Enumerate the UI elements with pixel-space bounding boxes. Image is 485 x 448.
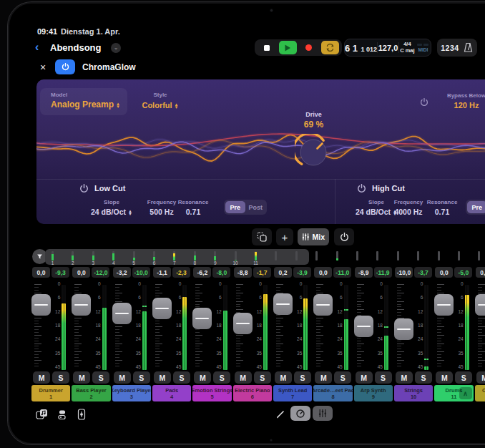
volume-fader[interactable] <box>192 308 212 329</box>
lcd-display[interactable]: 6 1 1 012 127,0 4/4 C maj MIDI <box>344 39 431 57</box>
track-tile[interactable]: Drummer1 <box>31 385 70 401</box>
solo-button[interactable]: S <box>455 371 472 384</box>
close-plugin-button[interactable]: × <box>36 61 49 74</box>
channel-volume-value[interactable]: -10,0 <box>395 267 413 278</box>
mute-button[interactable]: M <box>356 371 373 384</box>
volume-fader[interactable] <box>31 294 51 316</box>
low-cut-resonance[interactable]: Resonance 0.71 <box>170 199 216 216</box>
channel-volume-value[interactable]: -8,8 <box>234 267 252 278</box>
volume-fader[interactable] <box>152 298 172 319</box>
solo-button[interactable]: S <box>254 371 271 384</box>
solo-button[interactable]: S <box>213 371 230 384</box>
channel-peak-value[interactable]: -10,0 <box>132 267 150 278</box>
channel-peak-value[interactable]: -12,0 <box>92 267 109 278</box>
channel-volume-value[interactable]: -6,2 <box>193 267 211 278</box>
track-tile[interactable]: Arcade…eet Pad8 <box>313 385 352 401</box>
channel-volume-value[interactable]: 0,0 <box>72 267 90 278</box>
volume-fader[interactable] <box>475 294 485 316</box>
track-tile[interactable]: Strings10 <box>394 385 433 401</box>
mute-button[interactable]: M <box>275 371 292 384</box>
drive-knob[interactable] <box>295 134 332 171</box>
channel-volume-value[interactable]: 0,0 <box>32 267 50 278</box>
record-button[interactable] <box>300 41 318 54</box>
mute-button[interactable]: M <box>73 371 90 384</box>
channel-volume-value[interactable]: 0,0 <box>476 267 485 278</box>
high-cut-power-icon[interactable] <box>357 184 366 193</box>
mute-button[interactable]: M <box>235 371 252 384</box>
channel-peak-value[interactable]: -9,3 <box>52 267 69 278</box>
mix-view-button[interactable]: Mix <box>298 228 329 245</box>
track-tile[interactable]: Emotion Strings5 <box>192 385 231 401</box>
track-tile[interactable]: Bass Player2 <box>72 385 110 401</box>
mute-button[interactable]: M <box>33 371 50 384</box>
mixer-power-button[interactable] <box>334 228 354 245</box>
channel-peak-value[interactable]: -11,9 <box>374 267 392 278</box>
track-tile[interactable]: Pads4 <box>152 385 191 401</box>
metronome-icon[interactable] <box>463 42 474 53</box>
channel-volume-value[interactable]: 0,0 <box>314 267 332 278</box>
channel-peak-value[interactable]: -5,0 <box>454 267 472 278</box>
stop-button[interactable] <box>258 41 275 54</box>
channel-volume-value[interactable]: -1,1 <box>153 267 171 278</box>
volume-fader[interactable] <box>434 294 454 316</box>
back-chevron-icon[interactable]: ‹ <box>35 41 46 54</box>
volume-fader[interactable] <box>112 303 132 324</box>
count-in-button[interactable]: 1234 <box>441 44 459 52</box>
volume-fader[interactable] <box>273 293 293 315</box>
low-cut-pre-button[interactable]: Pre <box>225 201 245 213</box>
solo-button[interactable]: S <box>415 371 432 384</box>
mixer-view-button[interactable] <box>313 406 333 421</box>
mute-button[interactable]: M <box>315 371 332 384</box>
low-cut-post-button[interactable]: Post <box>246 201 266 213</box>
mute-button[interactable]: M <box>154 371 171 384</box>
channel-volume-value[interactable]: -3,2 <box>113 267 131 278</box>
play-button[interactable] <box>279 41 297 54</box>
channel-strip-button[interactable] <box>74 406 89 422</box>
plugin-power-button[interactable] <box>55 59 75 74</box>
track-tile[interactable]: Chorus V12 <box>475 385 485 401</box>
high-cut-resonance[interactable]: Resonance 0.71 <box>419 199 465 216</box>
track-tile[interactable]: Synth Lead7 <box>273 385 312 401</box>
duplicate-button[interactable] <box>252 228 272 245</box>
track-tile[interactable]: Keyboard Player3 <box>112 385 151 401</box>
channel-volume-value[interactable]: -8,9 <box>355 267 373 278</box>
solo-button[interactable]: S <box>173 371 190 384</box>
solo-button[interactable]: S <box>133 371 150 384</box>
cycle-button[interactable] <box>321 41 339 54</box>
track-tile[interactable]: Arp Synth9 <box>354 385 393 401</box>
low-cut-slope[interactable]: Slope 24 dB/Oct▲▼ <box>89 199 134 216</box>
channel-peak-value[interactable]: -11,0 <box>333 267 351 278</box>
mute-button[interactable]: M <box>396 371 413 384</box>
plugins-stack-button[interactable] <box>54 406 69 422</box>
mute-button[interactable]: M <box>476 371 485 384</box>
channel-peak-value[interactable]: -3,7 <box>414 267 432 278</box>
expand-stack-chevron-icon[interactable]: ∧ <box>459 387 472 399</box>
model-selector[interactable]: Model Analog Preamp▲▼ <box>40 88 127 115</box>
solo-button[interactable]: S <box>52 371 69 384</box>
high-cut-pre-button[interactable]: Pre <box>467 201 485 213</box>
solo-button[interactable]: S <box>92 371 109 384</box>
channel-peak-value[interactable]: -3,9 <box>293 267 311 278</box>
add-track-button[interactable]: + <box>276 228 293 245</box>
volume-fader[interactable] <box>354 316 373 337</box>
edit-pencil-button[interactable] <box>273 406 288 422</box>
channel-peak-value[interactable]: -2,3 <box>172 267 190 278</box>
mute-button[interactable]: M <box>436 371 453 384</box>
style-selector[interactable]: Style Colorful▲▼ <box>128 92 192 109</box>
track-tile[interactable]: Electric Piano6 <box>233 385 272 401</box>
volume-fader[interactable] <box>72 294 91 316</box>
song-title[interactable]: Abendsong <box>50 42 102 53</box>
channel-volume-value[interactable]: 0,2 <box>274 267 292 278</box>
low-cut-power-icon[interactable] <box>79 184 89 193</box>
track-tile[interactable]: Drums11∧ <box>434 385 473 401</box>
channel-peak-value[interactable]: -8,0 <box>212 267 230 278</box>
mute-button[interactable]: M <box>114 371 131 384</box>
solo-button[interactable]: S <box>334 371 351 384</box>
volume-fader[interactable] <box>394 318 413 340</box>
solo-button[interactable]: S <box>294 371 311 384</box>
song-menu-chevron-icon[interactable]: ⌄ <box>111 43 121 53</box>
channel-peak-value[interactable]: -1,7 <box>253 267 271 278</box>
loops-browser-button[interactable] <box>34 406 49 422</box>
volume-fader[interactable] <box>313 294 333 316</box>
bypass-power-icon[interactable] <box>420 98 428 107</box>
